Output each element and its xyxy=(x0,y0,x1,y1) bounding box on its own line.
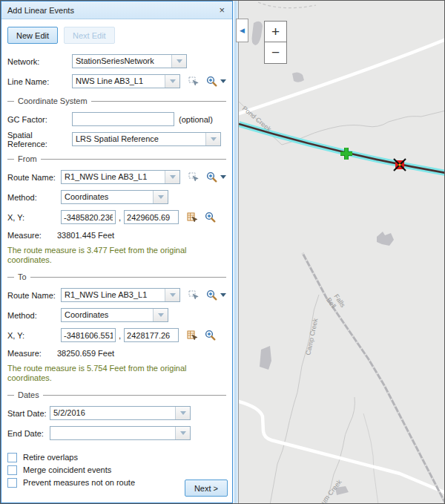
to-legend: To xyxy=(18,272,27,281)
dates-section-header: Dates xyxy=(7,390,226,399)
zoom-options-caret-icon[interactable] xyxy=(220,79,226,83)
network-value: StationSeriesNetwork xyxy=(73,55,171,68)
creek-minor xyxy=(363,413,378,504)
dropdown-arrow-icon[interactable] xyxy=(165,171,179,183)
network-dropdown[interactable]: StationSeriesNetwork xyxy=(72,54,187,68)
network-label: Network: xyxy=(7,57,72,66)
to-x-input[interactable] xyxy=(61,328,116,342)
panel-body: New Edit Next Edit Network: StationSerie… xyxy=(1,19,232,503)
map-pond xyxy=(252,22,263,45)
application-window: Add Linear Events × New Edit Next Edit N… xyxy=(0,0,445,504)
end-date-value xyxy=(50,427,175,439)
map-shoreline xyxy=(258,2,316,8)
route-highlight-casing xyxy=(239,124,445,173)
start-date-value: 5/2/2016 xyxy=(50,407,175,419)
map-view[interactable]: Pond Creek Falls Bell Camp Creek um Cree… xyxy=(238,1,445,504)
from-route-name-value: R1_NWS Line AB3_L1 xyxy=(62,171,165,183)
from-y-input[interactable] xyxy=(124,210,179,224)
to-y-input[interactable] xyxy=(124,328,179,342)
to-method-label: Method: xyxy=(7,311,61,320)
zoom-to-feature-icon[interactable] xyxy=(205,75,218,88)
panel-splitter[interactable] xyxy=(233,1,238,503)
from-method-dropdown[interactable]: Coordinates xyxy=(61,190,168,204)
to-method-dropdown[interactable]: Coordinates xyxy=(61,308,168,322)
map-label-camp-creek: Camp Creek xyxy=(304,317,319,356)
retire-overlaps-checkbox[interactable] xyxy=(7,453,17,462)
to-route-name-value: R1_NWS Line AB3_L1 xyxy=(62,289,165,301)
zoom-options-caret-icon[interactable] xyxy=(220,293,226,297)
dropdown-arrow-icon[interactable] xyxy=(153,309,168,321)
from-method-label: Method: xyxy=(7,193,61,202)
zoom-to-feature-icon[interactable] xyxy=(205,171,218,183)
zoom-out-button[interactable]: − xyxy=(264,42,287,64)
select-on-map-icon[interactable] xyxy=(188,289,200,301)
next-edit-button: Next Edit xyxy=(64,27,115,44)
dropdown-arrow-icon[interactable] xyxy=(171,55,186,68)
next-button[interactable]: Next > xyxy=(185,480,228,497)
line-name-label: Line Name: xyxy=(7,77,72,86)
from-method-value: Coordinates xyxy=(62,191,153,203)
spatial-reference-value: LRS Spatial Reference xyxy=(73,133,205,145)
gc-factor-label: GC Factor: xyxy=(7,115,72,124)
to-method-value: Coordinates xyxy=(62,309,153,321)
to-point-marker[interactable] xyxy=(394,159,406,171)
line-name-dropdown[interactable]: NWS Line AB3_L1 xyxy=(72,74,180,88)
dropdown-arrow-icon[interactable] xyxy=(165,75,179,88)
dropdown-arrow-icon[interactable] xyxy=(165,289,179,301)
zoom-to-coordinates-icon[interactable] xyxy=(204,329,217,341)
xy-separator: , xyxy=(119,213,121,222)
zoom-to-feature-icon[interactable] xyxy=(205,289,218,301)
xy-separator: , xyxy=(119,331,121,340)
merge-coincident-events-checkbox[interactable] xyxy=(7,465,17,475)
to-measure-value: 38250.659 Feet xyxy=(57,349,114,358)
zoom-options-caret-icon[interactable] xyxy=(220,175,226,179)
dropdown-arrow-icon[interactable] xyxy=(175,427,190,439)
collapse-arrow-icon: ◀ xyxy=(240,27,245,34)
select-on-map-icon[interactable] xyxy=(188,76,200,88)
gc-factor-input[interactable] xyxy=(72,112,174,126)
start-date-dropdown[interactable]: 5/2/2016 xyxy=(50,406,191,420)
close-icon[interactable]: × xyxy=(217,5,226,15)
map-pond xyxy=(292,72,304,82)
map-canvas: Pond Creek Falls Bell Camp Creek um Cree… xyxy=(239,1,445,504)
gc-factor-optional-hint: (optional) xyxy=(179,115,213,124)
map-pond xyxy=(260,346,271,370)
pick-coordinates-icon[interactable] xyxy=(186,212,198,223)
zoom-to-coordinates-icon[interactable] xyxy=(204,211,217,223)
dropdown-arrow-icon[interactable] xyxy=(153,191,168,203)
to-route-name-label: Route Name: xyxy=(7,291,61,300)
start-date-label: Start Date: xyxy=(7,409,50,418)
spatial-reference-dropdown: LRS Spatial Reference xyxy=(72,132,221,146)
retire-overlaps-label: Retire overlaps xyxy=(23,453,78,462)
to-measure-label: Measure: xyxy=(7,349,57,358)
zoom-in-button[interactable]: + xyxy=(264,21,287,42)
merge-coincident-events-label: Merge coincident events xyxy=(23,465,111,474)
to-xy-label: X, Y: xyxy=(7,331,61,340)
from-xy-label: X, Y: xyxy=(7,213,61,222)
road xyxy=(239,402,445,493)
spatial-reference-label: Spatial Reference: xyxy=(7,131,72,148)
from-measure-label: Measure: xyxy=(7,231,57,240)
map-pond xyxy=(377,232,394,246)
add-linear-events-panel: Add Linear Events × New Edit Next Edit N… xyxy=(1,1,233,503)
map-zoom-control: + − xyxy=(264,21,287,64)
from-legend: From xyxy=(18,154,37,163)
dropdown-arrow-icon[interactable] xyxy=(175,407,190,419)
panel-collapse-button[interactable]: ◀ xyxy=(236,19,248,42)
line-name-value: NWS Line AB3_L1 xyxy=(73,75,165,88)
from-measure-note: The route measure is 3.477 Feet from the… xyxy=(7,246,218,265)
pick-coordinates-icon[interactable] xyxy=(186,330,198,341)
panel-titlebar: Add Linear Events × xyxy=(1,1,232,19)
select-on-map-icon[interactable] xyxy=(188,171,200,183)
from-route-name-dropdown[interactable]: R1_NWS Line AB3_L1 xyxy=(61,170,180,184)
creek-pond xyxy=(239,102,445,145)
to-route-name-dropdown[interactable]: R1_NWS Line AB3_L1 xyxy=(61,288,180,302)
end-date-dropdown[interactable] xyxy=(50,426,191,440)
prevent-measures-label: Prevent measures not on route xyxy=(23,478,135,487)
dropdown-arrow-icon xyxy=(205,133,220,145)
new-edit-button[interactable]: New Edit xyxy=(7,27,58,44)
panel-title: Add Linear Events xyxy=(7,6,217,15)
end-date-label: End Date: xyxy=(7,429,50,438)
prevent-measures-checkbox[interactable] xyxy=(7,478,17,488)
from-x-input[interactable] xyxy=(61,210,116,224)
